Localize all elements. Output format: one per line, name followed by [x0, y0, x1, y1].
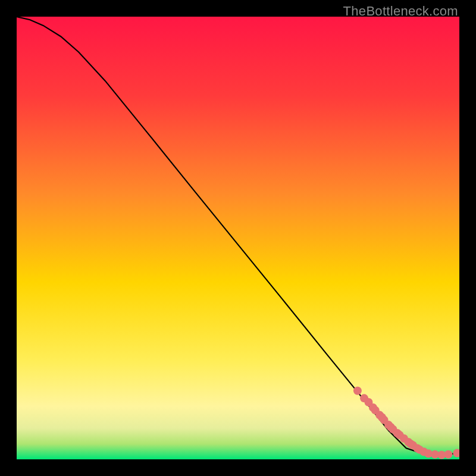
plot-area — [17, 17, 459, 459]
chart-background — [17, 17, 459, 459]
chart-frame: TheBottleneck.com — [0, 0, 476, 476]
chart-svg — [17, 17, 459, 459]
highlight-point — [444, 450, 452, 459]
highlight-point — [353, 387, 362, 395]
